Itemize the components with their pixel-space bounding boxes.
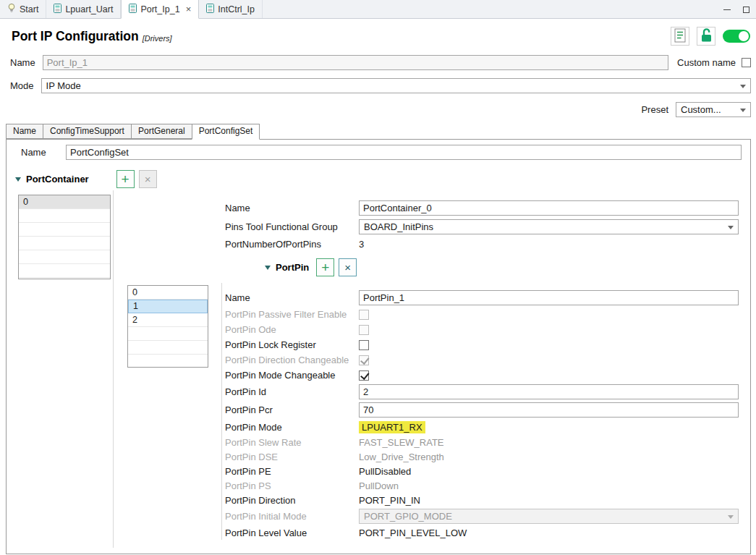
ode-checkbox (359, 325, 369, 335)
mode-select-value: IP Mode (46, 80, 81, 91)
tab-label: Start (20, 4, 38, 14)
mode-select[interactable]: IP Mode (41, 78, 751, 93)
field-label: PortPin Slew Rate (225, 437, 359, 448)
tab-port-ip-1[interactable]: Port_Ip_1 × (121, 0, 199, 19)
tab-start[interactable]: Start (0, 0, 46, 18)
chevron-down-icon (728, 226, 734, 229)
list-item[interactable]: 1 (128, 300, 208, 313)
portconfigset-panel: Name PortContainer + × 0 Name Pins Tool … (6, 139, 751, 554)
direction-value: PORT_PIN_IN (359, 495, 420, 506)
tab-configtimesupport[interactable]: ConfigTimeSupport (43, 124, 132, 139)
direction-changeable-checkbox (359, 355, 369, 365)
tab-label: Port_Ip_1 (140, 4, 179, 14)
minimize-button[interactable] (721, 4, 733, 15)
peripheral-icon (129, 4, 137, 15)
custom-name-label: Custom name (677, 57, 736, 68)
field-label: PortPin Level Value (225, 528, 359, 538)
add-portpin-button[interactable]: + (316, 258, 334, 276)
portconfigset-name-input[interactable] (66, 145, 742, 160)
lightbulb-icon (7, 3, 16, 15)
portpin-list[interactable]: 0 1 2 (127, 285, 208, 368)
portcontainer-section-title: PortContainer (26, 174, 89, 185)
list-item-empty (128, 327, 208, 341)
name-label: Name (10, 57, 35, 68)
ps-value: PullDown (359, 480, 399, 491)
num-pins-value: 3 (359, 239, 364, 250)
page-title: Port IP Configuration (12, 29, 139, 44)
registers-button[interactable] (671, 27, 689, 46)
lock-register-checkbox[interactable] (359, 340, 369, 350)
field-label: PortPin Direction (225, 495, 359, 506)
field-label: PortNumberOfPortPins (225, 239, 359, 250)
list-item-empty (19, 264, 110, 278)
field-label: PortPin PE (225, 466, 359, 477)
field-label: PortPin Passive Filter Enable (225, 309, 359, 320)
page-subtitle: [Drivers] (143, 34, 172, 43)
field-label: PortPin Ode (225, 324, 359, 335)
field-label: PortPin PS (225, 480, 359, 491)
unlock-icon (700, 27, 713, 45)
preset-label: Preset (641, 104, 668, 115)
tab-label: IntCtrl_Ip (218, 4, 255, 14)
dse-value: Low_Drive_Strength (359, 452, 444, 462)
chevron-down-icon (740, 109, 746, 112)
field-label: PortPin Initial Mode (225, 511, 359, 522)
portpin-id-input[interactable] (359, 384, 739, 399)
portpin-name-input[interactable] (359, 290, 739, 305)
peripheral-icon (54, 4, 61, 15)
remove-portpin-button[interactable]: × (339, 258, 357, 276)
indent-guide (221, 283, 222, 540)
plus-icon: + (321, 260, 329, 274)
add-portcontainer-button[interactable]: + (116, 170, 135, 188)
list-item-empty (128, 341, 208, 355)
tab-lpuart-uart[interactable]: Lpuart_Uart (46, 0, 121, 18)
preset-select-value: Custom... (681, 104, 721, 115)
list-item[interactable]: 0 (19, 195, 110, 209)
field-label: Name (225, 292, 359, 303)
name-input[interactable] (43, 55, 668, 70)
field-label: Pins Tool Functional Group (225, 221, 359, 232)
lock-button[interactable] (697, 27, 715, 46)
portcontainer-name-input[interactable] (359, 200, 739, 216)
tab-portgeneral[interactable]: PortGeneral (131, 124, 192, 139)
field-label: PortPin Direction Changeable (225, 355, 359, 365)
list-item-empty (128, 355, 208, 368)
functional-group-value: BOARD_InitPins (364, 221, 433, 232)
close-icon[interactable]: × (186, 4, 192, 14)
custom-name-checkbox[interactable] (742, 58, 751, 67)
toggle-knob (739, 31, 749, 41)
collapse-chevron-icon[interactable] (265, 266, 271, 270)
editor-tab-bar: Start Lpuart_Uart Port_Ip_1 × IntCtrl_Ip (0, 0, 756, 19)
portpin-pcr-input[interactable] (359, 402, 739, 418)
plus-icon: + (122, 172, 129, 186)
preset-select[interactable]: Custom... (676, 102, 751, 117)
tab-portconfigset[interactable]: PortConfigSet (192, 124, 260, 140)
list-item-empty (19, 223, 110, 237)
mode-label: Mode (10, 80, 34, 91)
minimize-icon (723, 9, 731, 10)
tab-intctrl-ip[interactable]: IntCtrl_Ip (199, 0, 263, 18)
peripheral-icon (206, 4, 214, 15)
pe-value: PullDisabled (359, 466, 411, 477)
functional-group-select[interactable]: BOARD_InitPins (359, 219, 739, 234)
remove-portcontainer-button: × (139, 170, 157, 188)
close-icon: × (344, 262, 351, 273)
portcontainer-list[interactable]: 0 (18, 195, 111, 279)
initial-mode-value: PORT_GPIO_MODE (364, 511, 452, 522)
maximize-button[interactable] (740, 4, 752, 15)
peripheral-enable-toggle[interactable] (723, 30, 750, 43)
list-item[interactable]: 0 (128, 286, 208, 300)
registers-document-icon (674, 28, 686, 45)
field-label: Name (225, 203, 359, 213)
portconfigset-name-label: Name (21, 147, 66, 158)
field-label: PortPin Mode (225, 422, 359, 433)
list-item-empty (19, 237, 110, 250)
slew-rate-value: FAST_SLEW_RATE (359, 437, 444, 448)
level-value: PORT_PIN_LEVEL_LOW (359, 528, 467, 538)
passive-filter-checkbox (359, 310, 369, 320)
list-item[interactable]: 2 (128, 313, 208, 327)
tab-name[interactable]: Name (6, 124, 43, 139)
mode-changeable-checkbox[interactable] (359, 370, 369, 381)
collapse-chevron-icon[interactable] (15, 177, 21, 182)
chevron-down-icon (740, 85, 746, 88)
